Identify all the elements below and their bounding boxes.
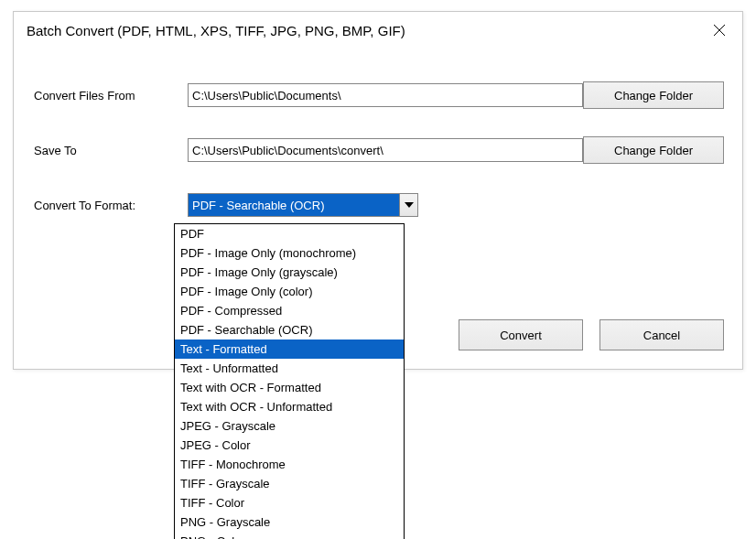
label-save-to: Save To [32,144,188,157]
format-dropdown-list[interactable]: PDFPDF - Image Only (monochrome)PDF - Im… [174,223,405,539]
row-save-to: Save To Change Folder [32,136,724,164]
format-option[interactable]: TIFF - Color [175,493,404,512]
format-combobox[interactable]: PDF - Searchable (OCR) [188,193,418,217]
format-option[interactable]: JPEG - Grayscale [175,416,404,436]
dialog-content: Convert Files From Change Folder Save To… [14,49,742,219]
footer-buttons: Convert Cancel [459,319,724,350]
format-option[interactable]: PDF [175,224,404,243]
close-icon [713,24,726,37]
format-option[interactable]: Text - Unformatted [175,359,404,378]
chevron-down-icon [405,202,414,208]
convert-button[interactable]: Convert [459,319,583,350]
format-option[interactable]: TIFF - Monochrome [175,455,404,474]
format-option[interactable]: TIFF - Grayscale [175,474,404,493]
format-option[interactable]: PDF - Image Only (grayscale) [175,263,404,282]
change-folder-saveto-button[interactable]: Change Folder [583,136,724,164]
format-option[interactable]: PDF - Image Only (monochrome) [175,243,404,263]
change-folder-from-button[interactable]: Change Folder [583,81,724,109]
format-option[interactable]: PDF - Searchable (OCR) [175,320,404,340]
format-option[interactable]: PNG - Color [175,532,404,539]
dialog-title: Batch Convert (PDF, HTML, XPS, TIFF, JPG… [27,23,405,38]
row-format: Convert To Format: PDF - Searchable (OCR… [32,191,724,219]
save-to-input[interactable] [188,138,583,162]
format-option[interactable]: PDF - Compressed [175,301,404,320]
label-format: Convert To Format: [32,199,188,212]
format-option[interactable]: Text with OCR - Formatted [175,378,404,397]
format-option[interactable]: Text with OCR - Unformatted [175,397,404,416]
convert-from-input[interactable] [188,83,583,107]
row-convert-from: Convert Files From Change Folder [32,81,724,109]
format-option[interactable]: Text - Formatted [175,340,404,359]
format-selected-value: PDF - Searchable (OCR) [189,194,399,216]
format-option[interactable]: PDF - Image Only (color) [175,282,404,301]
titlebar: Batch Convert (PDF, HTML, XPS, TIFF, JPG… [14,12,742,49]
combobox-arrow[interactable] [399,194,417,216]
format-option[interactable]: PNG - Grayscale [175,512,404,532]
close-button[interactable] [704,17,735,43]
format-option[interactable]: JPEG - Color [175,436,404,455]
cancel-button[interactable]: Cancel [599,319,724,350]
label-convert-from: Convert Files From [32,89,188,102]
